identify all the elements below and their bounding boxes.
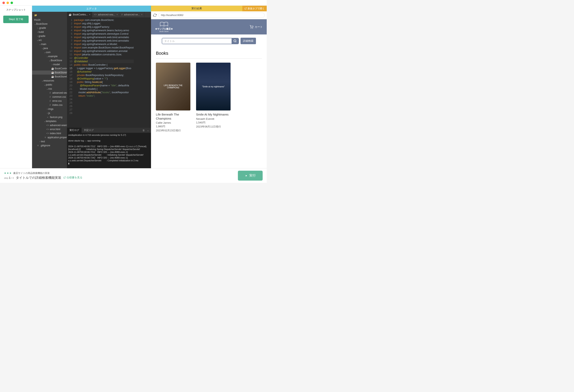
search-input[interactable]	[162, 38, 232, 44]
tree-item[interactable]: ⌄css	[32, 87, 67, 91]
tree-item[interactable]: ›.gradle	[32, 26, 67, 30]
difficulty-stars: ★★★	[4, 172, 12, 174]
tab-close-icon[interactable]: ×	[117, 13, 118, 16]
tree-item[interactable]: ⌄java	[32, 46, 67, 50]
tree-item[interactable]: ⌄templates	[32, 119, 67, 123]
tree-item[interactable]: ⌄resources	[32, 79, 67, 83]
book-title: Life Beneath The Champions	[156, 112, 190, 120]
external-link-icon	[63, 176, 66, 179]
tree-item[interactable]: ▫favicon.png	[32, 115, 67, 119]
tree-item[interactable]: ⌄BookStore	[32, 22, 67, 26]
snapshot-title: スナップショット	[0, 6, 32, 14]
editor-tabs: ☕BookContro...×<>advanced-sea...×#advanc…	[67, 12, 151, 18]
tree-item[interactable]: #index.css	[32, 103, 67, 107]
console-tab-judge[interactable]: 判定ログ	[82, 128, 96, 133]
tree-item[interactable]: ⌄src	[32, 38, 67, 42]
tree-item[interactable]: <>index.html	[32, 131, 67, 135]
file-tree[interactable]: 📁 FILES ⌄BookStore›.gradle›build›gradle⌄…	[32, 12, 67, 168]
tree-item[interactable]: ›model	[32, 62, 67, 66]
book-cover: LIFE BENEATH THE CHAMPIONS	[156, 63, 190, 111]
files-label: FILES	[32, 18, 67, 22]
folder-icon: 📁	[34, 14, 37, 17]
result-panel: 実行結果 新規タブで開く ★サンプル書店★ Book Store	[151, 6, 267, 168]
maximize-dot[interactable]	[11, 2, 13, 4]
tab-close-icon[interactable]: ×	[89, 13, 90, 16]
site-logo[interactable]: ★サンプル書店★ Book Store	[155, 21, 173, 32]
external-link-icon	[244, 7, 247, 10]
tree-item[interactable]: ⌄main	[32, 42, 67, 46]
task-title: タイトルでの詳細検索機能実装	[16, 176, 61, 180]
tree-item[interactable]: ≡application.proper	[32, 135, 67, 139]
book-date: 2023年06月11日発行	[196, 125, 231, 129]
book-card[interactable]: LIFE BENEATH THE CHAMPIONSLife Beneath T…	[156, 63, 190, 132]
editor-panel: エディタ 📁 FILES ⌄BookStore›.gradle›build›gr…	[32, 6, 151, 168]
window-chrome	[0, 0, 267, 6]
play-icon	[245, 174, 248, 177]
snapshot-panel: スナップショット Step1 完了時	[0, 6, 32, 168]
tree-item[interactable]: <>error.html	[32, 127, 67, 131]
cart-icon	[249, 25, 253, 29]
book-card[interactable]: "Smile at my nightmares"Smile At My Nigh…	[196, 63, 231, 132]
tree-item[interactable]: ›imgs	[32, 107, 67, 111]
run-button[interactable]: 実行	[238, 171, 263, 181]
open-new-tab-button[interactable]: 新規タブで開く	[242, 6, 267, 11]
minimize-dot[interactable]	[6, 2, 9, 4]
tree-item[interactable]: #error.css	[32, 99, 67, 103]
console-tab-run[interactable]: 実行ログ	[67, 128, 82, 133]
tree-item[interactable]: #common.css	[32, 95, 67, 99]
footer-bar: ★★★ 書店サイトの商品検索機能の実装 step 1 / 3 タイトルでの詳細検…	[0, 168, 267, 183]
tree-item[interactable]: <>advanced-searc	[32, 123, 67, 127]
editor-tab[interactable]: #advanced-se...×	[120, 12, 144, 18]
tree-item[interactable]: ⌄example	[32, 54, 67, 58]
book-price: 1,540円	[196, 121, 231, 124]
tree-item[interactable]: ☕BookControll	[32, 66, 67, 71]
code-editor[interactable]: 1234567891011121314151617181920212223242…	[67, 18, 151, 128]
site-header: ★サンプル書店★ Book Store カート	[151, 19, 267, 35]
book-title: Smile At My Nightmares	[196, 112, 231, 116]
book-date: 2023年02月23日発行	[156, 129, 190, 132]
search-button[interactable]	[232, 38, 239, 44]
tab-close-icon[interactable]: ×	[141, 13, 143, 16]
tree-item[interactable]: ›gradle	[32, 34, 67, 38]
console-output[interactable]: oreApplication in 4.719 seconds (process…	[67, 133, 151, 168]
console-panel: 実行ログ 判定ログ 🗑 ⌄ oreApplication in 4.719 se…	[67, 128, 151, 168]
svg-point-0	[251, 28, 251, 29]
tree-item[interactable]: ›build	[32, 30, 67, 34]
tree-item[interactable]: ☕BookStoreCo	[32, 75, 67, 79]
book-author: Callie James	[156, 121, 190, 124]
svg-point-2	[234, 40, 236, 42]
url-input[interactable]	[158, 13, 265, 18]
tree-item[interactable]: ☕BookStoreAp	[32, 71, 67, 75]
preview-frame[interactable]: ★サンプル書店★ Book Store カート 詳細検索 Books	[151, 19, 267, 168]
tree-item[interactable]: ⌄com	[32, 50, 67, 54]
tree-item[interactable]: ›js	[32, 111, 67, 115]
search-icon	[233, 39, 237, 43]
snapshot-step-button[interactable]: Step1 完了時	[3, 16, 29, 23]
tree-item[interactable]: ⌄BookStore	[32, 58, 67, 62]
book-cover: "Smile at my nightmares"	[196, 63, 231, 111]
project-name: 書店サイトの商品検索機能の実装	[13, 171, 50, 175]
editor-header: エディタ	[32, 6, 151, 12]
tree-item[interactable]: ⌄public	[32, 83, 67, 87]
close-dot[interactable]	[2, 2, 5, 4]
tree-item[interactable]: ›test	[32, 139, 67, 144]
trash-icon[interactable]: 🗑	[143, 129, 145, 132]
result-title: 実行結果	[151, 7, 242, 10]
reload-icon[interactable]	[153, 13, 157, 17]
book-icon	[160, 21, 168, 27]
svg-point-1	[252, 28, 253, 29]
books-heading: Books	[156, 49, 262, 58]
search-box	[162, 38, 239, 44]
book-author: Nevaeh Everett	[196, 117, 231, 120]
editor-tab[interactable]: ☕BookContro...×	[67, 12, 92, 18]
cart-link[interactable]: カート	[249, 25, 263, 29]
book-price: 1,980円	[156, 125, 190, 128]
advanced-search-button[interactable]: 詳細検索	[241, 38, 256, 44]
tree-item[interactable]: ≡.gitignore	[32, 144, 67, 148]
chevron-down-icon[interactable]: ⌄	[147, 129, 149, 132]
editor-tab[interactable]: <>advanced-sea...×	[92, 12, 120, 18]
spec-link[interactable]: 仕様書を見る	[63, 176, 82, 179]
tree-item[interactable]: #advanced-sear	[32, 91, 67, 95]
